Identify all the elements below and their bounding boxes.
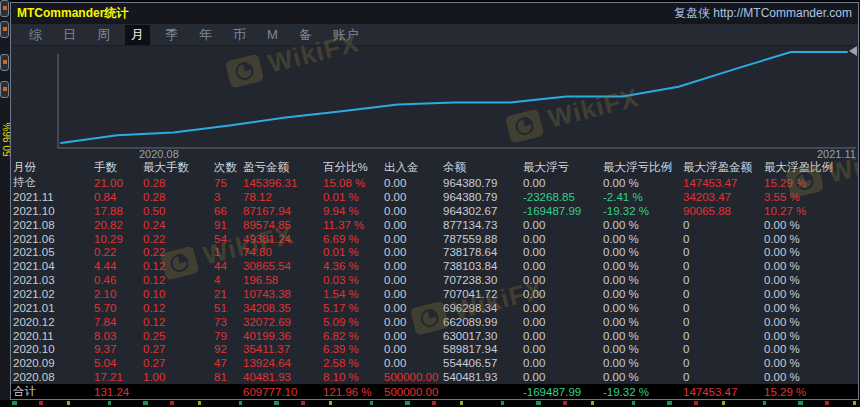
table-row[interactable]: 2020.118.030.257940199.366.82 %0.0063001… — [11, 329, 858, 343]
table-row[interactable]: 2021.022.100.102110743.381.54 %0.0070704… — [11, 287, 858, 301]
chart-scroll-arrow-icon[interactable] — [849, 46, 857, 56]
menu-item-综[interactable]: 综 — [23, 25, 48, 45]
table-total-row[interactable]: 合计131.24609777.10121.96 %500000.00-16948… — [11, 384, 858, 399]
cell: 4.44 — [94, 260, 143, 272]
table-row[interactable]: 2020.095.040.274713924.642.58 %0.0055440… — [11, 356, 858, 370]
cell: 2021.02 — [13, 288, 94, 300]
table-row[interactable]: 2021.044.440.124430865.544.36 %0.0073810… — [11, 259, 858, 273]
cell: -23268.85 — [523, 191, 603, 203]
menu-item-季[interactable]: 季 — [159, 25, 184, 45]
cell: 0.46 — [94, 274, 143, 286]
cell: 73 — [214, 316, 243, 328]
menu-item-周[interactable]: 周 — [91, 25, 116, 45]
cell: 0.00 % — [764, 316, 858, 328]
cell: 738103.84 — [443, 260, 523, 272]
table-row[interactable]: 2021.110.840.28378.120.01 %0.00964380.79… — [11, 190, 858, 204]
cell: 3 — [214, 191, 243, 203]
table-header-row: 月份手数最大手数次数盈亏金额百分比%出入金余额最大浮亏最大浮亏比例最大浮盈金额最… — [11, 160, 858, 175]
table-row[interactable]: 2021.050.220.22174.800.01 %0.00738178.64… — [11, 245, 858, 259]
cell: 1 — [214, 246, 243, 258]
cell: 0 — [683, 330, 764, 342]
cell: 0.01 % — [323, 246, 384, 258]
table-row[interactable]: 2021.0820.820.249189574.8511.37 %0.00877… — [11, 218, 858, 232]
cell: 500000.00 — [384, 386, 443, 398]
cell: 6.69 % — [323, 233, 384, 245]
cell: 2020.11 — [13, 330, 94, 342]
column-header[interactable]: 最大浮亏比例 — [603, 160, 683, 175]
menu-item-年[interactable]: 年 — [193, 25, 218, 45]
cell: 44 — [214, 260, 243, 272]
menu-item-月[interactable]: 月 — [125, 25, 150, 45]
cell: 787559.88 — [443, 233, 523, 245]
cell: 17.21 — [94, 371, 143, 383]
cell: 0.28 — [143, 191, 214, 203]
column-header[interactable]: 最大浮盈比例 — [764, 160, 858, 175]
brand-link: 复盘侠 http://MTCommander.com — [674, 5, 852, 22]
cell: -169487.99 — [523, 205, 603, 217]
cell: 2021.08 — [13, 219, 94, 231]
table-row[interactable]: 2021.015.700.125134208.355.17 %0.0069629… — [11, 301, 858, 315]
cell: 0.22 — [143, 233, 214, 245]
cell: 0.00 % — [603, 274, 683, 286]
column-header[interactable]: 手数 — [94, 160, 143, 175]
cell: 30865.54 — [243, 260, 323, 272]
cell: 0.00 % — [764, 343, 858, 355]
cell: 147453.47 — [683, 177, 764, 189]
cell: 540481.93 — [443, 371, 523, 383]
cell: -169487.99 — [523, 386, 603, 398]
cell: 196.58 — [243, 274, 323, 286]
cell: 0.00 — [384, 219, 443, 231]
menu-item-日[interactable]: 日 — [57, 25, 82, 45]
cell: 0.00 — [384, 274, 443, 286]
cell: 92 — [214, 343, 243, 355]
equity-curve — [61, 52, 847, 143]
cell: 0 — [683, 219, 764, 231]
table-row[interactable]: 2021.0610.290.225449381.246.69 %0.007875… — [11, 232, 858, 246]
cell: 0.00 % — [603, 371, 683, 383]
column-header[interactable]: 出入金 — [384, 160, 443, 175]
cell: 0.00 — [384, 260, 443, 272]
menu-item-备[interactable]: 备 — [293, 25, 318, 45]
column-header[interactable]: 最大浮盈金额 — [683, 160, 764, 175]
title-bar[interactable]: MTCommander统计 复盘侠 http://MTCommander.com — [11, 3, 858, 24]
table-row[interactable]: 2020.109.370.279235411.376.39 %0.0058981… — [11, 342, 858, 356]
cell: 0.00 % — [603, 330, 683, 342]
table-row[interactable]: 2021.1017.880.506687167.949.94 %0.009643… — [11, 204, 858, 218]
column-header[interactable]: 最大浮亏 — [523, 160, 603, 175]
column-header[interactable]: 余额 — [443, 160, 523, 175]
cell: 0 — [683, 302, 764, 314]
cell: 0.22 — [143, 246, 214, 258]
column-header[interactable]: 月份 — [13, 160, 94, 175]
column-header[interactable]: 次数 — [214, 160, 243, 175]
cell: 0.24 — [143, 219, 214, 231]
menu-item-M[interactable]: M — [261, 26, 284, 43]
cell: 131.24 — [94, 386, 143, 398]
cell: 2021.10 — [13, 205, 94, 217]
cell: 11.37 % — [323, 219, 384, 231]
cell: 0.22 — [94, 246, 143, 258]
menu-item-账户[interactable]: 账户 — [327, 25, 365, 45]
cell: 0.00 — [523, 302, 603, 314]
cell: 3.55 % — [764, 191, 858, 203]
cell: 89574.85 — [243, 219, 323, 231]
table-row[interactable]: 2020.127.840.127332072.695.09 %0.0066208… — [11, 315, 858, 329]
table-row[interactable]: 持仓21.000.2875145396.3115.08 %0.00964380.… — [11, 175, 858, 190]
cell: 5.70 — [94, 302, 143, 314]
cell: 0.00 — [523, 274, 603, 286]
cell: 0.00 — [384, 191, 443, 203]
menu-item-币[interactable]: 币 — [227, 25, 252, 45]
cell: 9.37 — [94, 343, 143, 355]
toolbar-icon — [0, 21, 9, 38]
cell: 0.00 % — [603, 177, 683, 189]
table-row[interactable]: 2020.0817.211.008140481.938.10 %500000.0… — [11, 370, 858, 384]
table-row[interactable]: 2021.030.460.124196.580.03 %0.00707238.3… — [11, 273, 858, 287]
menu-bar: 综日周月季年币M备账户 — [11, 24, 858, 46]
cell: 2021.01 — [13, 302, 94, 314]
column-header[interactable]: 最大手数 — [143, 160, 214, 175]
cell: 79 — [214, 330, 243, 342]
column-header[interactable]: 百分比% — [323, 160, 384, 175]
column-header[interactable]: 盈亏金额 — [243, 160, 323, 175]
equity-chart[interactable]: 2020.08 2021.11 — [11, 46, 858, 158]
cell: 0.00 % — [764, 288, 858, 300]
cell: 91 — [214, 219, 243, 231]
